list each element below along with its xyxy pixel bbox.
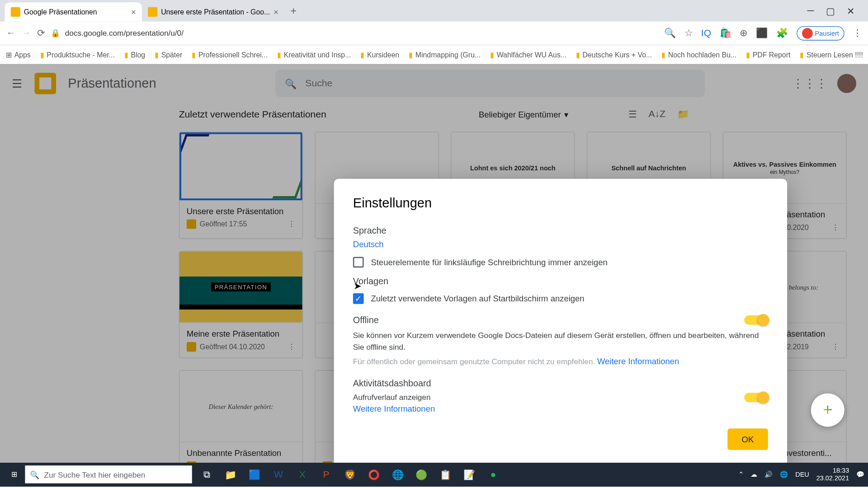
tab-title: Unsere erste Präsentation - Goo... xyxy=(161,8,270,16)
dialog-title: Einstellungen xyxy=(353,196,768,211)
app-icon[interactable]: 🟦 xyxy=(243,465,266,484)
activity-description: Aufrufverlauf anzeigen xyxy=(353,392,744,404)
bookmark-item[interactable]: ▮Produktsuche - Mer... xyxy=(40,50,115,58)
extension-icon[interactable]: IQ xyxy=(701,28,711,38)
window-controls: ─ ▢ ✕ xyxy=(807,5,863,16)
windows-taskbar: ⊞ 🔍 Zur Suche Text hier eingeben ⧉ 📁 🟦 W… xyxy=(0,463,868,487)
minimize-icon[interactable]: ─ xyxy=(807,5,814,16)
notepad-icon[interactable]: 📝 xyxy=(458,465,481,484)
address-bar: ← → ⟳ 🔒 docs.google.com/presentation/u/0… xyxy=(0,21,868,45)
forward-icon[interactable]: → xyxy=(21,28,31,38)
new-tab-button[interactable]: + xyxy=(290,5,297,17)
plus-icon: + xyxy=(823,400,833,419)
zoom-icon[interactable]: 🔍 xyxy=(664,28,676,39)
extension-icon[interactable]: 🛍️ xyxy=(720,28,731,39)
back-icon[interactable]: ← xyxy=(6,28,15,38)
bookmark-item[interactable]: ▮Kursideen xyxy=(360,50,399,58)
lock-icon: 🔒 xyxy=(51,28,60,38)
offline-heading: Offline xyxy=(353,314,744,324)
templates-checkbox-label: Zuletzt verwendete Vorlagen auf Startbil… xyxy=(371,294,584,303)
tab-bar: Google Präsentationen × Unsere erste Prä… xyxy=(0,0,868,21)
activity-heading: Aktivitätsdashboard xyxy=(353,378,768,388)
bookmark-item[interactable]: ▮Noch hochladen Bu... xyxy=(661,50,736,58)
offline-description: Sie können vor Kurzem verwendete Google … xyxy=(353,329,768,352)
close-window-icon[interactable]: ✕ xyxy=(847,5,854,16)
bookmark-item[interactable]: ▮Kreativität und Insp... xyxy=(277,50,351,58)
bookmark-item[interactable]: ▮Mindmapping (Gru... xyxy=(409,50,481,58)
slides-favicon xyxy=(11,7,20,17)
powerpoint-icon[interactable]: P xyxy=(315,465,337,484)
extensions-icon[interactable]: 🧩 xyxy=(776,28,788,39)
tray-chevron-icon[interactable]: ⌃ xyxy=(738,470,744,478)
browser-tab[interactable]: Unsere erste Präsentation - Goo... × xyxy=(142,2,284,21)
extension-icon[interactable]: ⬛ xyxy=(756,28,768,39)
url-text: docs.google.com/presentation/u/0/ xyxy=(65,28,184,38)
excel-icon[interactable]: X xyxy=(291,465,314,484)
explorer-icon[interactable]: 📁 xyxy=(219,465,242,484)
bookmark-item[interactable]: ▮Später xyxy=(155,50,182,58)
url-input[interactable]: 🔒 docs.google.com/presentation/u/0/ xyxy=(51,28,658,38)
templates-checkbox[interactable]: ✓ xyxy=(353,293,364,304)
tab-title: Google Präsentationen xyxy=(24,8,97,16)
rtl-checkbox[interactable] xyxy=(353,257,364,267)
language-link[interactable]: Deutsch xyxy=(353,239,384,249)
more-info-link[interactable]: Weitere Informationen xyxy=(597,357,679,366)
onedrive-icon[interactable]: ☁ xyxy=(750,470,757,478)
chrome-icon[interactable]: 🌐 xyxy=(387,465,409,484)
clock[interactable]: 18:33 23.02.2021 xyxy=(816,467,849,483)
start-button[interactable]: ⊞ xyxy=(4,465,25,484)
menu-icon[interactable]: ⋮ xyxy=(853,28,862,39)
bookmark-item[interactable]: ▮Blog xyxy=(124,50,145,58)
browser-tab-active[interactable]: Google Präsentationen × xyxy=(5,2,142,21)
reload-icon[interactable]: ⟳ xyxy=(37,28,45,39)
profile-pause-button[interactable]: Pausiert xyxy=(797,26,844,40)
taskbar-search[interactable]: 🔍 Zur Suche Text hier eingeben xyxy=(25,465,192,483)
language-heading: Sprache xyxy=(353,225,768,235)
activity-more-info-link[interactable]: Weitere Informationen xyxy=(353,404,435,413)
word-icon[interactable]: W xyxy=(267,465,290,484)
app-icon[interactable]: 🦁 xyxy=(339,465,361,484)
ok-button[interactable]: OK xyxy=(727,428,768,450)
edge-icon[interactable]: 🟢 xyxy=(410,465,433,484)
slides-favicon xyxy=(148,7,157,17)
offline-note: Für öffentlich oder gemeinsam genutzte C… xyxy=(353,357,768,366)
activity-toggle[interactable] xyxy=(744,393,768,402)
network-icon[interactable]: 🌐 xyxy=(780,470,788,478)
bookmarks-bar: ⊞ Apps ▮Produktsuche - Mer... ▮Blog ▮Spä… xyxy=(0,45,868,64)
maximize-icon[interactable]: ▢ xyxy=(826,5,835,16)
bookmark-item[interactable]: ▮Professionell Schrei... xyxy=(192,50,268,58)
offline-toggle[interactable] xyxy=(744,315,768,324)
bookmark-item[interactable]: ▮PDF Report xyxy=(746,50,790,58)
rtl-checkbox-label: Steuerelemente für linksläufige Schreibr… xyxy=(371,258,607,267)
star-icon[interactable]: ☆ xyxy=(684,28,693,39)
extension-icon[interactable]: ⊕ xyxy=(740,28,747,39)
close-icon[interactable]: × xyxy=(131,7,136,17)
new-presentation-fab[interactable]: + xyxy=(811,394,844,427)
bookmark-item[interactable]: ▮Steuern Lesen !!!! xyxy=(800,50,863,58)
notifications-icon[interactable]: 💬 xyxy=(856,470,864,478)
spotify-icon[interactable]: ● xyxy=(482,465,505,484)
bookmark-item[interactable]: ▮Deutsche Kurs + Vo... xyxy=(576,50,652,58)
task-view-icon[interactable]: ⧉ xyxy=(196,465,218,484)
bookmark-item[interactable]: ▮Wahlfächer WU Aus... xyxy=(490,50,566,58)
app-icon[interactable]: ⭕ xyxy=(363,465,385,484)
volume-icon[interactable]: 🔊 xyxy=(764,470,773,478)
app-icon[interactable]: 📋 xyxy=(434,465,457,484)
browser-chrome: Google Präsentationen × Unsere erste Prä… xyxy=(0,0,868,64)
language-indicator[interactable]: DEU xyxy=(795,471,809,478)
close-icon[interactable]: × xyxy=(274,7,278,17)
apps-button[interactable]: ⊞ Apps xyxy=(6,50,31,58)
settings-dialog: Einstellungen Sprache Deutsch Steuerelem… xyxy=(334,179,787,466)
templates-heading: Vorlagen xyxy=(353,276,768,286)
